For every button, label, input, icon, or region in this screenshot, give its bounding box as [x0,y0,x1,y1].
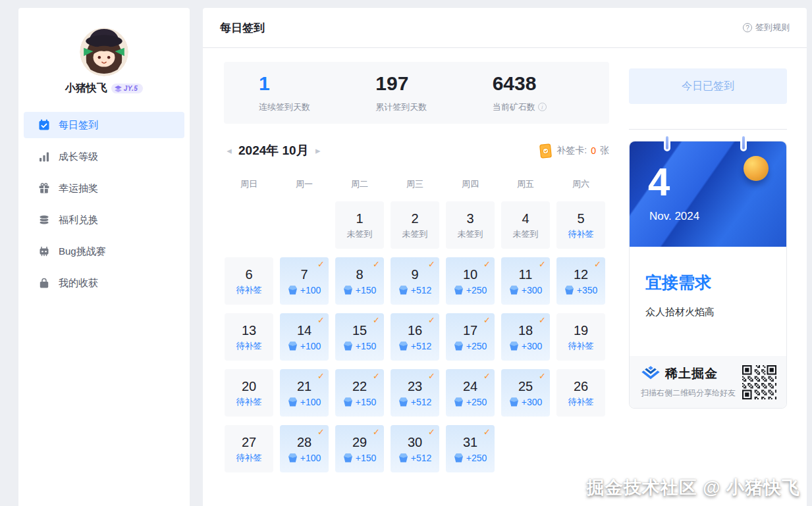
card-month-label: Nov. 2024 [649,210,699,223]
next-month-button[interactable]: ▸ [313,145,323,157]
checkin-status: 未签到 [458,230,483,238]
calendar-cell-day-16[interactable]: 16✓+512 [391,313,439,361]
calendar-cell-day-14[interactable]: 14✓+100 [280,313,329,361]
check-icon: ✓ [483,259,491,269]
sidebar-item-bug-challenge[interactable]: Bug挑战赛 [24,238,184,265]
main-header: 每日签到 ? 签到规则 [203,8,807,48]
reward-row: +150 [343,453,377,463]
day-number: 25 [518,380,533,393]
ore-icon [509,342,519,351]
reward-row: +100 [288,342,321,351]
sidebar-item-lucky-draw[interactable]: 幸运抽奖 [24,175,184,201]
makeup-card-label: 补签卡: [556,145,587,157]
check-icon: ✓ [317,427,325,437]
check-icon: ✓ [373,315,380,325]
day-number: 31 [463,436,477,449]
reward-row: +300 [509,286,543,295]
info-circle-icon[interactable]: i [538,103,547,111]
reward-row: +100 [288,286,321,295]
check-icon: ✓ [483,371,491,381]
ore-icon [343,286,353,295]
reward-amount: +300 [522,342,543,351]
panel-divider [629,129,787,130]
share-tip: 扫描右侧二维码分享给好友 [641,388,736,399]
calendar-cell-day-15[interactable]: 15✓+150 [335,313,384,361]
checkin-rules-link[interactable]: ? 签到规则 [743,22,790,34]
calendar-cell-day-10[interactable]: 10✓+250 [446,257,495,305]
ore-icon [288,397,298,407]
calendar-cell-day-21[interactable]: 21✓+100 [280,369,329,417]
weekday-label: 周六 [556,178,605,190]
sidebar-item-daily-checkin[interactable]: 每日签到 [24,112,184,138]
reward-row: +350 [564,286,598,295]
reward-row: +100 [288,453,321,463]
calendar-cell-day-2[interactable]: 2未签到 [391,201,439,249]
calendar-cell-day-11[interactable]: 11✓+300 [501,257,550,305]
calendar-cell-day-13[interactable]: 13待补签 [225,313,273,361]
page-title: 每日签到 [220,20,265,36]
brand-name: 稀土掘金 [665,365,718,382]
day-number: 28 [297,436,311,449]
reward-row: +512 [398,342,432,351]
day-number: 15 [352,324,367,337]
signed-today-button[interactable]: 今日已签到 [629,68,787,104]
ore-icon [509,397,519,407]
calendar-cell-day-19[interactable]: 19待补签 [556,313,605,361]
checkin-status: 待补签 [236,397,262,406]
calendar-cell-empty [556,425,605,472]
juejin-logo-icon [641,365,661,382]
bug-icon [38,245,50,257]
checkin-status: 未签到 [347,230,373,238]
calendar-cell-day-25[interactable]: 25✓+300 [501,369,550,417]
day-number: 2 [411,212,418,225]
calendar-cell-day-7[interactable]: 7✓+100 [280,257,329,305]
day-number: 9 [411,268,418,281]
prev-month-button[interactable]: ◂ [224,145,234,157]
check-icon: ✓ [483,315,491,325]
reward-row: +250 [454,286,487,295]
calendar-cell-day-12[interactable]: 12✓+350 [556,257,605,305]
share-card: 4 Nov. 2024 宜接需求 众人拾材火焰高 稀土掘金 [629,141,787,409]
calendar-cell-day-5[interactable]: 5待补签 [556,201,605,249]
day-number: 8 [356,268,363,281]
reward-row: +512 [398,397,432,407]
rules-link-label: 签到规则 [755,22,790,34]
calendar-cell-day-28[interactable]: 28✓+100 [280,425,329,472]
calendar-cell-day-3[interactable]: 3未签到 [446,201,495,249]
makeup-card-info: 补签卡: 0 张 [539,143,609,159]
sidebar-item-welfare-exchange[interactable]: 福利兑换 [24,207,184,233]
calendar-cell-day-8[interactable]: 8✓+150 [335,257,384,305]
calendar-cell-day-9[interactable]: 9✓+512 [391,257,439,305]
day-number: 30 [408,436,422,449]
reward-row: +512 [398,286,432,295]
reward-amount: +512 [411,342,432,351]
calendar-cell-day-1[interactable]: 1未签到 [335,201,384,249]
day-number: 22 [352,380,367,393]
calendar-cell-day-22[interactable]: 22✓+150 [335,369,384,417]
ore-icon [288,286,298,295]
calendar-cell-day-17[interactable]: 17✓+250 [446,313,495,361]
calendar-ring-left-icon [664,134,670,151]
calendar-cell-day-26[interactable]: 26待补签 [556,369,605,417]
reward-amount: +250 [466,286,487,295]
calendar-cell-day-18[interactable]: 18✓+300 [501,313,550,361]
calendar-cell-day-4[interactable]: 4未签到 [501,201,550,249]
calendar-cell-day-20[interactable]: 20待补签 [225,369,273,417]
sidebar-menu: 每日签到 成长等级 幸运抽奖 [18,112,190,296]
sidebar-item-growth-level[interactable]: 成长等级 [24,143,184,170]
makeup-card-unit: 张 [600,145,609,157]
calendar-cell-day-24[interactable]: 24✓+250 [446,369,495,417]
calendar-cell-day-30[interactable]: 30✓+512 [391,425,439,472]
calendar-cell-day-31[interactable]: 31✓+250 [446,425,495,472]
sidebar-item-label: 幸运抽奖 [59,182,98,195]
user-level-badge: JY.5 [111,84,144,93]
day-number: 18 [518,324,533,337]
calendar-cell-day-29[interactable]: 29✓+150 [335,425,384,472]
calendar-cell-day-27[interactable]: 27待补签 [225,425,273,472]
sidebar-item-my-harvest[interactable]: 我的收获 [24,270,184,296]
calendar-cell-day-6[interactable]: 6待补签 [225,257,273,305]
day-number: 10 [463,268,477,281]
share-card-footer: 稀土掘金 扫描右侧二维码分享给好友 [630,356,786,408]
reward-amount: +350 [577,286,598,295]
calendar-cell-day-23[interactable]: 23✓+512 [391,369,439,417]
